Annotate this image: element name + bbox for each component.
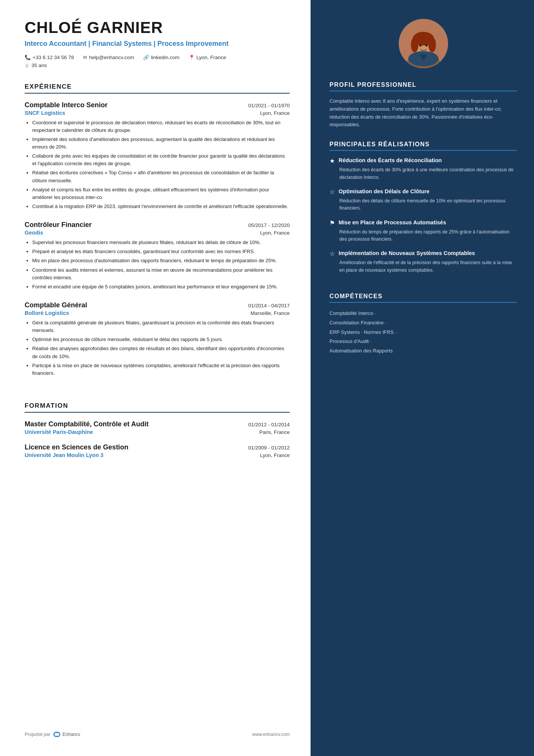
exp-location: Lyon, France	[260, 230, 290, 236]
realisation-icon: ⚑	[329, 219, 335, 227]
realisation-title: Réduction des Écarts de Réconciliation	[339, 157, 442, 164]
realisation-icon: ☆	[329, 250, 335, 257]
competence-item: ERP Systems · Normes IFRS ·	[329, 328, 517, 337]
realisation-header: ⚑ Mise en Place de Processus Automatisés	[329, 219, 517, 227]
location-icon: 📍	[189, 55, 195, 60]
realisation-icon: ☆	[329, 188, 335, 196]
exp-subheader: SNCF Logistics Lyon, France	[25, 110, 290, 116]
exp-company: Geodis	[25, 230, 43, 236]
header: CHLOÉ GARNIER Interco Accountant | Finan…	[25, 19, 290, 69]
experience-item: Comptable Interco Senior 01/2021 - 01/19…	[25, 101, 290, 211]
edu-header: Licence en Sciences de Gestion 01/2009 -…	[25, 443, 290, 451]
exp-dates: 05/2017 - 12/2020	[248, 222, 290, 228]
bullet-item: Réalisé des écritures correctives « Top …	[32, 169, 290, 184]
competences-title: COMPÉTENCES	[329, 293, 517, 300]
realisation-desc: Amélioration de l'efficacité et de la pr…	[329, 259, 517, 274]
email-item: ✉ help@enhancv.com	[83, 55, 134, 60]
svg-point-5	[411, 37, 418, 52]
bullet-item: Formé et encadré une équipe de 5 comptab…	[32, 283, 290, 291]
realisation-icon: ★	[329, 157, 335, 164]
exp-dates: 01/2021 - 01/1970	[248, 103, 290, 108]
edu-title: Master Comptabilité, Contrôle et Audit	[25, 420, 148, 428]
bullet-item: Géré la comptabilité générale de plusieu…	[32, 319, 290, 334]
exp-location: Lyon, France	[260, 110, 290, 116]
edu-school: Université Jean Moulin Lyon 3	[25, 452, 103, 458]
exp-bullets: Géré la comptabilité générale de plusieu…	[25, 319, 290, 377]
experience-section: EXPÉRIENCE Comptable Interco Senior 01/2…	[25, 83, 290, 388]
avatar-svg	[399, 19, 448, 68]
candidate-name: CHLOÉ GARNIER	[25, 19, 290, 36]
logo-svg	[53, 732, 61, 737]
exp-title: Comptable Général	[25, 301, 87, 309]
exp-header: Comptable Interco Senior 01/2021 - 01/19…	[25, 101, 290, 109]
bullet-item: Réalisé des analyses approfondies des co…	[32, 345, 290, 360]
realisations-section: PRINCIPALES RÉALISATIONS ★ Réduction des…	[329, 141, 517, 281]
page-footer: Propulsé par Enhancv www.enhancv.com	[25, 720, 290, 737]
competences-section: COMPÉTENCES Comptabilité Interco · Conso…	[329, 293, 517, 355]
realisation-item: ☆ Implémentation de Nouveaux Systèmes Co…	[329, 250, 517, 274]
bullet-item: Préparé et analysé les états financiers …	[32, 248, 290, 255]
edu-location: Lyon, France	[260, 452, 290, 458]
competence-item: Comptabilité Interco ·	[329, 309, 517, 318]
bullet-item: Mis en place des processus d'automatisat…	[32, 257, 290, 265]
realisation-item: ☆ Optimisation des Délais de Clôture Réd…	[329, 188, 517, 212]
formation-items-container: Master Comptabilité, Contrôle et Audit 0…	[25, 420, 290, 458]
education-item: Licence en Sciences de Gestion 01/2009 -…	[25, 443, 290, 458]
location-item: 📍 Lyon, France	[189, 55, 226, 60]
exp-dates: 01/2014 - 04/2017	[248, 303, 290, 308]
bullet-item: Contribué à la migration ERP de 2023, op…	[32, 203, 290, 210]
email-icon: ✉	[83, 55, 87, 60]
realisation-header: ★ Réduction des Écarts de Réconciliation	[329, 157, 517, 164]
edu-subheader: Université Jean Moulin Lyon 3 Lyon, Fran…	[25, 452, 290, 458]
profil-text: Comptable Interco avec 8 ans d'expérienc…	[329, 97, 517, 129]
realisation-header: ☆ Implémentation de Nouveaux Systèmes Co…	[329, 250, 517, 257]
formation-title: FORMATION	[25, 402, 290, 410]
profile-photo-container	[329, 19, 517, 68]
edu-dates: 01/2009 - 01/2012	[248, 445, 290, 451]
edu-dates: 01/2012 - 01/2014	[248, 422, 290, 427]
realisation-desc: Réduction des délais de clôture mensuell…	[329, 197, 517, 212]
bullet-item: Collaboré de près avec les équipes de co…	[32, 152, 290, 167]
svg-point-6	[428, 37, 436, 52]
realisation-header: ☆ Optimisation des Délais de Clôture	[329, 188, 517, 196]
exp-title: Comptable Interco Senior	[25, 101, 108, 109]
linkedin-url: linkedin.com	[151, 55, 180, 60]
phone-number: +33 6 12 34 56 78	[33, 55, 74, 60]
profile-photo	[399, 19, 448, 68]
bullet-item: Analysé et compris les flux entre les en…	[32, 186, 290, 201]
realisation-item: ★ Réduction des Écarts de Réconciliation…	[329, 157, 517, 181]
exp-title: Contrôleur Financier	[25, 221, 92, 229]
realisations-title: PRINCIPALES RÉALISATIONS	[329, 141, 517, 148]
profil-divider	[329, 91, 517, 91]
exp-company: SNCF Logistics	[25, 110, 65, 116]
experience-items-container: Comptable Interco Senior 01/2021 - 01/19…	[25, 101, 290, 377]
profil-section: PROFIL PROFESSIONNEL Comptable Interco a…	[329, 81, 517, 129]
formation-section: FORMATION Master Comptabilité, Contrôle …	[25, 402, 290, 466]
phone-icon: 📞	[25, 55, 31, 60]
edu-subheader: Université Paris-Dauphine Paris, France	[25, 429, 290, 435]
realisation-item: ⚑ Mise en Place de Processus Automatisés…	[329, 219, 517, 243]
competence-item: Processus d'Audit ·	[329, 337, 517, 346]
realisation-desc: Réduction des écarts de 30% grâce à une …	[329, 166, 517, 181]
age-icon: ☆	[25, 63, 30, 69]
experience-item: Comptable Général 01/2014 - 04/2017 Boll…	[25, 301, 290, 377]
realisation-title: Implémentation de Nouveaux Systèmes Comp…	[339, 250, 475, 257]
linkedin-item: 🔗 linkedin.com	[143, 55, 180, 60]
edu-header: Master Comptabilité, Contrôle et Audit 0…	[25, 420, 290, 428]
bullet-item: Coordonné et supervisé le processus de d…	[32, 119, 290, 134]
exp-subheader: Geodis Lyon, France	[25, 230, 290, 236]
realisation-title: Optimisation des Délais de Clôture	[339, 188, 429, 195]
linkedin-icon: 🔗	[143, 55, 149, 60]
brand-name: Enhancv	[62, 732, 80, 737]
location-text: Lyon, France	[197, 55, 226, 60]
bullet-item: Implémenté des solutions d'amélioration …	[32, 136, 290, 151]
edu-school: Université Paris-Dauphine	[25, 429, 93, 435]
powered-by-text: Propulsé par	[25, 732, 50, 737]
age-item: ☆ 35 ans	[25, 63, 290, 69]
education-item: Master Comptabilité, Contrôle et Audit 0…	[25, 420, 290, 435]
enhancv-logo: Enhancv	[53, 732, 80, 737]
competences-list: Comptabilité Interco · Consolidation Fin…	[329, 309, 517, 355]
bullet-item: Coordonné les audits internes et externe…	[32, 266, 290, 282]
footer-website: www.enhancv.com	[252, 732, 290, 737]
realisation-title: Mise en Place de Processus Automatisés	[339, 219, 446, 226]
